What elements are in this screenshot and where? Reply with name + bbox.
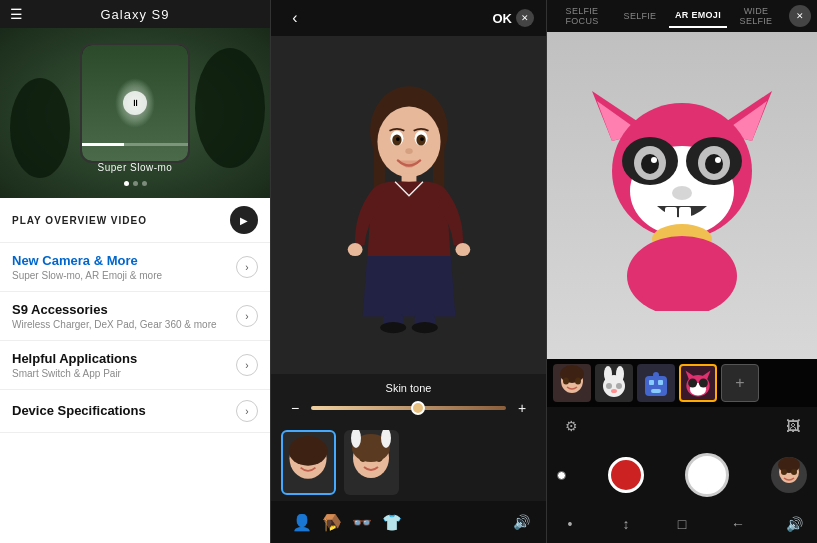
svg-point-74 (699, 379, 708, 388)
tab-selfie-focus[interactable]: SELFIE FOCUS (553, 0, 611, 32)
hero-bg: ⏸ Super Slow-mo (0, 28, 270, 198)
avatar-area (271, 36, 546, 374)
ar-strip-add-button[interactable]: + (721, 364, 759, 402)
ar-main-view (547, 32, 817, 359)
middle-panel: ‹ OK ✕ (270, 0, 547, 543)
menu-item-sub-2: Smart Switch & App Pair (12, 368, 137, 379)
person-icon[interactable]: 👤 (287, 507, 317, 537)
svg-point-77 (781, 469, 787, 475)
svg-point-16 (347, 243, 362, 256)
svg-point-76 (778, 457, 800, 473)
skin-tone-label: Skin tone (287, 382, 530, 394)
chevron-icon-3[interactable]: › (236, 400, 258, 422)
square-icon[interactable]: □ (669, 511, 695, 537)
mid-bottom-bar: 👤 🪤 👓 👕 🔊 (271, 501, 546, 543)
hamburger-icon[interactable]: ☰ (10, 6, 23, 22)
ar-emoji-strip: + (547, 359, 817, 407)
svg-point-12 (396, 137, 400, 141)
ar-fox-svg (582, 81, 782, 311)
ar-strip-item-1[interactable] (595, 364, 633, 402)
back-button[interactable]: ‹ (283, 6, 307, 30)
mid-top-bar: ‹ OK ✕ (271, 0, 546, 36)
gallery-icon[interactable]: 🖼 (779, 412, 807, 440)
menu-item-content-2: Helpful Applications Smart Switch & App … (12, 351, 137, 379)
play-button[interactable]: ▶ (230, 206, 258, 234)
svg-point-14 (405, 148, 412, 154)
chevron-icon-1[interactable]: › (236, 305, 258, 327)
svg-rect-68 (653, 372, 659, 378)
right-bottom-bar: • ↕ □ ← 🔊 (547, 505, 817, 543)
svg-point-73 (688, 379, 697, 388)
emoji-thumb-1[interactable] (344, 430, 399, 495)
settings-icon[interactable]: ⚙ (557, 412, 585, 440)
skin-tone-section: Skin tone − + (271, 374, 546, 424)
ar-controls-row: ⚙ 🖼 (547, 407, 817, 445)
svg-point-62 (616, 383, 622, 389)
ar-strip-item-0[interactable] (553, 364, 591, 402)
svg-point-56 (563, 378, 569, 385)
svg-point-45 (715, 157, 721, 163)
back-arrow-icon[interactable]: ← (725, 511, 751, 537)
menu-item-content-1: S9 Accessories Wireless Charger, DeX Pad… (12, 302, 217, 330)
avatar-preview[interactable] (771, 457, 807, 493)
left-panel: ☰ Galaxy S9 (0, 0, 270, 543)
play-overview-label: PLAY OVERVIEW VIDEO (12, 215, 147, 226)
svg-rect-49 (679, 207, 691, 223)
skin-tone-slider[interactable] (311, 406, 506, 410)
right-camera-row (547, 445, 817, 505)
shirt-icon[interactable]: 👕 (377, 507, 407, 537)
glasses-icon[interactable]: 👓 (347, 507, 377, 537)
menu-item-content-3: Device Specifications (12, 403, 146, 420)
menu-item-sub-0: Super Slow-mo, AR Emoji & more (12, 270, 162, 281)
pause-button[interactable]: ⏸ (123, 91, 147, 115)
slow-mo-label: Super Slow-mo (0, 162, 270, 173)
chevron-icon-2[interactable]: › (236, 354, 258, 376)
close-icon[interactable]: ✕ (516, 9, 534, 27)
menu-item-title-2: Helpful Applications (12, 351, 137, 366)
ok-button-group[interactable]: OK ✕ (493, 9, 535, 27)
svg-rect-65 (649, 380, 654, 385)
emoji-thumb-0[interactable] (281, 430, 336, 495)
phone-mockup: ⏸ (80, 43, 190, 163)
volume-right-icon[interactable]: 🔊 (781, 511, 807, 537)
shutter-button[interactable] (685, 453, 729, 497)
right-close-button[interactable]: ✕ (789, 5, 811, 27)
hero-section: ⏸ Super Slow-mo (0, 28, 270, 198)
tab-selfie[interactable]: SELFIE (611, 5, 669, 27)
play-overview[interactable]: PLAY OVERVIEW VIDEO ▶ (0, 198, 270, 243)
slider-thumb (411, 401, 425, 415)
slider-plus-icon[interactable]: + (514, 400, 530, 416)
tab-ar-emoji[interactable]: AR EMOJI (669, 4, 727, 28)
menu-item-1[interactable]: S9 Accessories Wireless Charger, DeX Pad… (0, 292, 270, 341)
menu-item-title-0: New Camera & More (12, 253, 162, 268)
ar-strip-item-3[interactable] (679, 364, 717, 402)
svg-rect-66 (658, 380, 663, 385)
dot-3 (142, 181, 147, 186)
tab-wide-selfie[interactable]: WIDE SELFIE (727, 0, 785, 32)
bullet-icon[interactable]: • (557, 511, 583, 537)
menu-item-title-1: S9 Accessories (12, 302, 217, 317)
record-button[interactable] (608, 457, 644, 493)
menu-item-content-0: New Camera & More Super Slow-mo, AR Emoj… (12, 253, 162, 281)
svg-point-63 (611, 389, 617, 393)
svg-point-44 (651, 157, 657, 163)
ar-strip-item-2[interactable] (637, 364, 675, 402)
svg-point-53 (627, 236, 737, 311)
svg-point-78 (791, 469, 797, 475)
volume-icon[interactable]: 🔊 (513, 514, 530, 530)
hanger-icon[interactable]: 🪤 (317, 507, 347, 537)
slider-minus-icon[interactable]: − (287, 400, 303, 416)
menu-item-2[interactable]: Helpful Applications Smart Switch & App … (0, 341, 270, 390)
menu-item-3[interactable]: Device Specifications › (0, 390, 270, 433)
chevron-icon-0[interactable]: › (236, 256, 258, 278)
menu-list: New Camera & More Super Slow-mo, AR Emoj… (0, 243, 270, 543)
right-top-bar: SELFIE FOCUS SELFIE AR EMOJI WIDE SELFIE… (547, 0, 817, 32)
menu-item-title-3: Device Specifications (12, 403, 146, 418)
svg-rect-48 (665, 207, 677, 223)
svg-point-42 (641, 154, 659, 174)
rotate-icon[interactable]: ↕ (613, 511, 639, 537)
dot-2 (133, 181, 138, 186)
svg-rect-67 (651, 389, 661, 393)
svg-point-17 (455, 243, 470, 256)
menu-item-0[interactable]: New Camera & More Super Slow-mo, AR Emoj… (0, 243, 270, 292)
